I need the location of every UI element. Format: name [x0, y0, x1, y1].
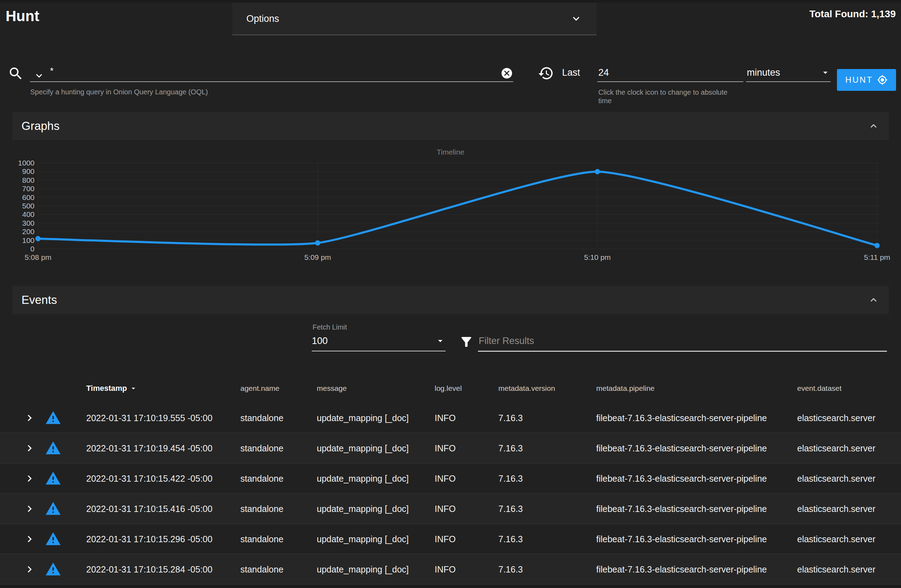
duration-underline [597, 81, 744, 82]
filter-input[interactable]: Filter Results [479, 333, 887, 349]
svg-text:5:08 pm: 5:08 pm [25, 253, 51, 261]
row-expand-icon[interactable] [23, 502, 36, 515]
table-row[interactable]: 2022-01-31 17:10:19.454 -05:00standalone… [0, 433, 901, 463]
svg-text:0: 0 [30, 245, 34, 253]
column-header-timestamp[interactable]: Timestamp [86, 384, 138, 393]
table-header: Timestampagent.namemessagelog.levelmetad… [0, 374, 901, 403]
row-expand-icon[interactable] [23, 472, 36, 485]
cell-metadata_pipeline: filebeat-7.16.3-elasticsearch-server-pip… [596, 504, 767, 514]
fetch-limit-value: 100 [312, 335, 328, 346]
events-title: Events [22, 293, 57, 307]
chevron-up-icon[interactable] [868, 120, 879, 132]
cell-log_level: INFO [435, 473, 456, 484]
menu-down-icon[interactable] [820, 67, 831, 78]
cell-log_level: INFO [435, 443, 456, 453]
svg-text:900: 900 [22, 167, 34, 175]
table-row[interactable]: 2022-01-31 17:10:15.296 -05:00standalone… [0, 524, 901, 554]
options-label: Options [246, 13, 279, 24]
svg-text:1000: 1000 [18, 159, 34, 167]
cell-metadata_pipeline: filebeat-7.16.3-elasticsearch-server-pip… [596, 443, 767, 453]
query-expand-icon[interactable] [33, 70, 45, 82]
filter-underline [478, 351, 887, 352]
cell-event_dataset: elasticsearch.server [797, 564, 875, 574]
next-row-partial [0, 585, 901, 588]
chevron-down-icon[interactable] [570, 12, 583, 25]
svg-text:5:10 pm: 5:10 pm [584, 253, 611, 261]
svg-text:400: 400 [22, 210, 34, 218]
cell-timestamp: 2022-01-31 17:10:15.416 -05:00 [86, 504, 213, 514]
table-row[interactable]: 2022-01-31 17:10:15.416 -05:00standalone… [0, 494, 901, 524]
column-header-message[interactable]: message [317, 384, 347, 393]
timeline-chart: 010020030040050060070080090010005:08 pm5… [0, 155, 901, 268]
cell-log_level: INFO [435, 413, 456, 423]
cell-metadata_version: 7.16.3 [498, 413, 523, 423]
event-alert-icon[interactable] [45, 531, 61, 547]
events-section-header[interactable]: Events [12, 286, 889, 314]
sort-desc-icon[interactable] [129, 384, 138, 393]
cell-metadata_version: 7.16.3 [498, 473, 523, 484]
row-expand-icon[interactable] [23, 442, 36, 455]
menu-down-icon[interactable] [435, 335, 446, 346]
cell-message: update_mapping [_doc] [317, 473, 408, 484]
chevron-up-icon[interactable] [868, 294, 879, 306]
table-row[interactable]: 2022-01-31 17:10:15.284 -05:00standalone… [0, 554, 901, 585]
cell-log_level: INFO [435, 534, 456, 544]
duration-input[interactable]: 24 [598, 67, 609, 78]
event-alert-icon[interactable] [45, 561, 61, 577]
cell-timestamp: 2022-01-31 17:10:19.454 -05:00 [86, 443, 213, 453]
fetch-limit-select[interactable]: 100 [312, 333, 446, 349]
filter-placeholder: Filter Results [479, 335, 534, 346]
hunt-button-label: HUNT [845, 75, 873, 85]
svg-text:5:09 pm: 5:09 pm [304, 253, 331, 261]
filter-icon [459, 334, 474, 349]
row-expand-icon[interactable] [23, 412, 36, 424]
crosshairs-icon [877, 75, 888, 85]
column-header-metadata_pipeline[interactable]: metadata.pipeline [596, 384, 655, 393]
clear-query-icon[interactable] [500, 67, 513, 80]
fetch-limit-label: Fetch Limit [313, 323, 347, 331]
row-expand-icon[interactable] [23, 533, 36, 545]
options-panel[interactable]: Options [232, 3, 597, 35]
svg-text:5:11 pm: 5:11 pm [864, 253, 890, 261]
table-row[interactable]: 2022-01-31 17:10:19.555 -05:00standalone… [0, 403, 901, 433]
svg-text:300: 300 [22, 219, 34, 227]
units-underline [746, 81, 831, 82]
cell-metadata_version: 7.16.3 [498, 534, 523, 544]
units-value: minutes [747, 67, 780, 78]
cell-metadata_pipeline: filebeat-7.16.3-elasticsearch-server-pip… [596, 473, 767, 484]
top-strip [0, 0, 901, 3]
units-select[interactable]: minutes [747, 66, 831, 79]
cell-metadata_version: 7.16.3 [498, 504, 523, 514]
column-header-log_level[interactable]: log.level [435, 384, 462, 393]
history-icon[interactable] [538, 65, 554, 81]
page-title: Hunt [6, 8, 39, 25]
graphs-section-header[interactable]: Graphs [12, 112, 889, 140]
column-header-agent_name[interactable]: agent.name [240, 384, 279, 393]
query-underline [30, 81, 513, 82]
cell-agent_name: standalone [240, 504, 283, 514]
cell-metadata_version: 7.16.3 [498, 564, 523, 574]
query-input[interactable]: * [50, 66, 53, 76]
event-alert-icon[interactable] [45, 440, 61, 456]
search-icon [8, 66, 24, 82]
cell-event_dataset: elasticsearch.server [797, 443, 875, 453]
event-alert-icon[interactable] [45, 410, 61, 426]
hunt-button[interactable]: HUNT [837, 69, 896, 91]
event-alert-icon[interactable] [45, 470, 61, 487]
cell-metadata_pipeline: filebeat-7.16.3-elasticsearch-server-pip… [596, 413, 767, 423]
cell-agent_name: standalone [240, 443, 283, 453]
cell-timestamp: 2022-01-31 17:10:15.284 -05:00 [86, 564, 213, 574]
svg-text:600: 600 [22, 193, 34, 201]
hunt-page: Hunt Options Total Found: 1,139 * Specif… [0, 0, 901, 588]
table-row[interactable]: 2022-01-31 17:10:15.422 -05:00standalone… [0, 463, 901, 494]
cell-log_level: INFO [435, 504, 456, 514]
column-header-metadata_version[interactable]: metadata.version [498, 384, 555, 393]
cell-event_dataset: elasticsearch.server [797, 413, 875, 423]
cell-metadata_version: 7.16.3 [498, 443, 523, 453]
cell-metadata_pipeline: filebeat-7.16.3-elasticsearch-server-pip… [596, 534, 767, 544]
column-header-event_dataset[interactable]: event.dataset [797, 384, 842, 393]
cell-timestamp: 2022-01-31 17:10:19.555 -05:00 [86, 413, 213, 423]
event-alert-icon[interactable] [45, 501, 61, 517]
row-expand-icon[interactable] [23, 563, 36, 576]
cell-message: update_mapping [_doc] [317, 534, 408, 544]
